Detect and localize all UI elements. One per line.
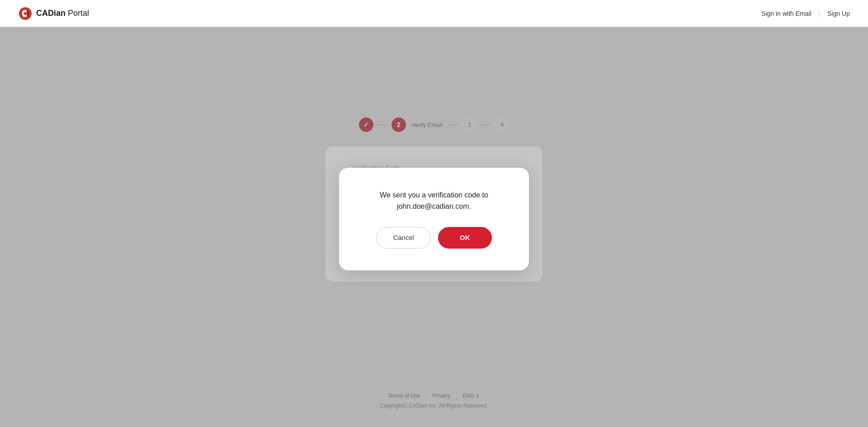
main-bg: ✓ 2 Verify Email 3 4 Verification Code 4…	[0, 27, 868, 427]
modal-buttons: Cancel OK	[364, 227, 504, 249]
header-nav: Sign in with Email | Sign Up	[761, 10, 850, 17]
svg-point-0	[19, 7, 32, 20]
cancel-button[interactable]: Cancel	[376, 227, 431, 249]
sign-in-link[interactable]: Sign in with Email	[761, 10, 811, 17]
logo-area: CADian Portal	[18, 6, 89, 21]
logo-title: CADian Portal	[36, 9, 89, 18]
sign-up-link[interactable]: Sign Up	[827, 10, 850, 17]
header: CADian Portal Sign in with Email | Sign …	[0, 0, 868, 27]
modal-message: We sent you a verification code to john.…	[380, 189, 488, 212]
confirmation-modal: We sent you a verification code to john.…	[339, 168, 529, 270]
ok-button[interactable]: OK	[438, 227, 492, 249]
cadian-logo-icon	[18, 6, 33, 21]
nav-divider: |	[819, 10, 821, 17]
